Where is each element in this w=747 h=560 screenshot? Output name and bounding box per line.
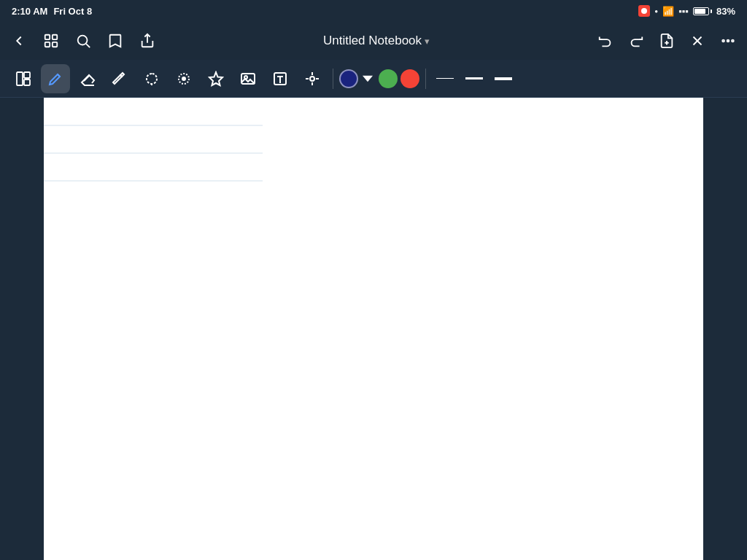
new-page-button[interactable] — [657, 31, 677, 51]
pen-tool[interactable] — [41, 64, 70, 93]
favorites-tool[interactable] — [201, 64, 231, 93]
nav-right — [595, 31, 738, 51]
highlighter-tool[interactable] — [105, 64, 134, 93]
bookmark-button[interactable] — [105, 31, 125, 51]
signal-icon: ▪▪▪ — [678, 6, 689, 17]
toolbar-separator-2 — [425, 69, 426, 89]
battery-fill — [694, 9, 705, 14]
svg-line-17 — [84, 75, 90, 81]
lasso-tool[interactable] — [137, 64, 166, 93]
nav-bar: Untitled Notebook ▾ — [0, 22, 747, 60]
ruled-lines: 6.30 Find : p(y) , V for P wall = 35 kPa… — [44, 98, 263, 207]
section-button[interactable] — [9, 64, 38, 93]
color-picker-group — [339, 69, 376, 88]
toolbar — [0, 60, 747, 98]
svg-rect-14 — [17, 72, 23, 85]
battery-indicator — [693, 7, 712, 15]
battery-tip — [711, 9, 712, 13]
svg-point-11 — [722, 40, 724, 42]
share-button[interactable] — [137, 31, 158, 51]
sticker-tool[interactable] — [298, 64, 327, 93]
notebook-area[interactable]: 6.30 Find : p(y) , V for P wall = 35 kPa… — [44, 98, 703, 560]
line-thickness-medium[interactable] — [461, 69, 487, 89]
recording-dot — [641, 8, 647, 14]
image-tool[interactable] — [233, 64, 263, 93]
medium-line-preview — [465, 77, 483, 79]
svg-point-12 — [727, 40, 729, 42]
close-button[interactable] — [687, 31, 708, 51]
nav-left — [9, 31, 158, 51]
svg-rect-3 — [53, 42, 57, 47]
svg-rect-0 — [45, 35, 50, 39]
wifi-icon: 📶 — [662, 6, 674, 17]
dot-separator: ● — [654, 8, 658, 15]
color-expand-arrow[interactable] — [360, 71, 376, 87]
toolbar-separator-1 — [333, 69, 333, 89]
line-thickness-thick[interactable] — [490, 69, 516, 89]
status-left: 2:10 AM Fri Oct 8 — [12, 6, 92, 17]
more-button[interactable] — [718, 31, 738, 51]
date-display: Fri Oct 8 — [53, 6, 92, 17]
svg-marker-20 — [209, 72, 222, 85]
svg-point-13 — [732, 40, 734, 42]
color-green[interactable] — [379, 69, 398, 88]
redo-button[interactable] — [626, 31, 646, 51]
search-button[interactable] — [73, 31, 93, 51]
svg-point-19 — [182, 77, 185, 80]
back-button[interactable] — [9, 31, 29, 51]
svg-point-4 — [78, 36, 88, 45]
notebook-title: Untitled Notebook — [323, 34, 422, 48]
shapes-tool[interactable] — [169, 64, 198, 93]
svg-rect-15 — [24, 72, 30, 78]
dropdown-chevron: ▾ — [425, 36, 430, 47]
line-thickness-thin[interactable] — [432, 69, 458, 89]
svg-rect-16 — [24, 79, 30, 85]
color-dark-blue[interactable] — [339, 69, 358, 88]
text-tool[interactable] — [266, 64, 295, 93]
svg-rect-2 — [45, 42, 50, 47]
svg-line-5 — [86, 44, 90, 47]
nav-center[interactable]: Untitled Notebook ▾ — [323, 34, 430, 48]
recording-indicator — [638, 5, 650, 17]
eraser-tool[interactable] — [73, 64, 102, 93]
time-display: 2:10 AM — [12, 6, 47, 17]
status-bar: 2:10 AM Fri Oct 8 ● 📶 ▪▪▪ 83% — [0, 0, 747, 22]
thin-line-preview — [436, 78, 454, 79]
status-right: ● 📶 ▪▪▪ 83% — [638, 5, 735, 17]
thick-line-preview — [495, 77, 512, 80]
undo-button[interactable] — [595, 31, 616, 51]
battery-percentage: 83% — [716, 6, 735, 17]
svg-point-30 — [310, 77, 314, 81]
svg-rect-1 — [53, 35, 57, 39]
apps-button[interactable] — [41, 31, 61, 51]
color-red[interactable] — [400, 69, 419, 88]
